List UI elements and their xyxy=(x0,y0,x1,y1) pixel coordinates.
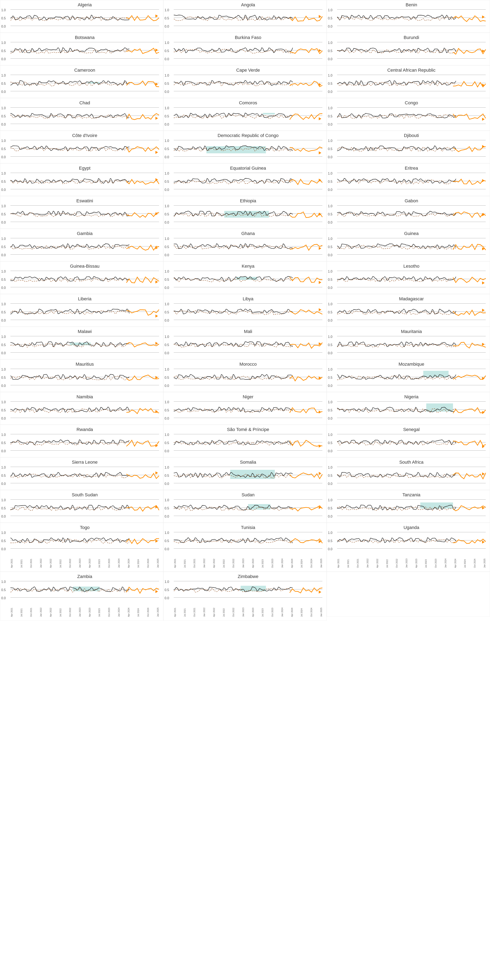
y-axis-label: 1.0 xyxy=(328,270,332,274)
black-line xyxy=(174,48,293,53)
black-line xyxy=(174,113,293,118)
chart-title: Côte d'Ivoire xyxy=(10,133,159,138)
y-axis-label: 0.5 xyxy=(328,82,332,86)
x-tick-label: Oct 2022 xyxy=(69,558,71,568)
chart-svg xyxy=(337,400,486,421)
chart-svg xyxy=(10,498,159,519)
x-tick-label: Apr 2023 xyxy=(252,558,254,568)
orange-arrow xyxy=(319,117,321,120)
y-axis-label: 0.5 xyxy=(165,115,169,118)
orange-line xyxy=(126,408,159,414)
y-axis-label: 0.0 xyxy=(165,188,169,192)
y-axis-label: 1.0 xyxy=(328,302,332,306)
x-tick-label: Apr 2022 xyxy=(49,608,52,617)
x-tick-label: Jan 2025 xyxy=(320,608,322,617)
y-axis-label: 1.0 xyxy=(328,139,332,143)
chart-svg xyxy=(174,433,322,453)
chart-svg xyxy=(10,74,159,94)
orange-line xyxy=(126,587,159,593)
y-axis-label: 1.0 xyxy=(165,580,169,584)
x-tick-label: Jan 2025 xyxy=(157,608,159,617)
orange-line xyxy=(126,180,159,185)
y-axis-label: 1.0 xyxy=(1,204,6,208)
chart-cell: Eswatini1.00.50.0 xyxy=(0,196,163,229)
chart-area: 1.00.50.0Apr 2021Jul 2021Oct 2021Jan 202… xyxy=(337,531,486,552)
orange-line xyxy=(290,114,322,119)
x-tick-label: Jul 2024 xyxy=(137,558,140,568)
y-axis-label: 0.0 xyxy=(328,188,332,192)
y-axis-label: 0.5 xyxy=(328,376,332,380)
y-axis-label: 0.5 xyxy=(165,409,169,412)
y-axis-label: 1.0 xyxy=(328,368,332,371)
chart-svg xyxy=(337,433,486,453)
y-axis-label: 0.5 xyxy=(1,588,6,592)
orange-arrow xyxy=(155,342,158,345)
orange-line xyxy=(453,146,486,151)
chart-svg xyxy=(10,8,159,29)
orange-line xyxy=(126,343,159,347)
y-axis-label: 1.0 xyxy=(328,172,332,175)
orange-line xyxy=(453,375,486,379)
x-tick-label: Oct 2021 xyxy=(30,608,32,617)
orange-line xyxy=(126,310,159,315)
chart-cell: Central African Republic1.00.50.0 xyxy=(327,65,490,98)
black-line xyxy=(10,81,129,86)
x-tick-label: Apr 2021 xyxy=(174,558,176,568)
y-axis-label: 1.0 xyxy=(1,107,6,110)
chart-cell: Democratic Republic of Congo1.00.50.0 xyxy=(163,130,327,163)
y-axis-label: 0.5 xyxy=(1,506,6,510)
chart-title: Namibia xyxy=(10,394,159,399)
x-tick-label: Jul 2023 xyxy=(261,558,264,568)
chart-cell: Gabon1.00.50.0 xyxy=(327,196,490,229)
y-axis-label: 0.0 xyxy=(165,221,169,224)
orange-arrow xyxy=(482,473,485,476)
orange-line xyxy=(126,539,159,544)
y-axis-label: 0.0 xyxy=(165,286,169,290)
x-tick-label: Apr 2023 xyxy=(88,558,91,568)
chart-area: 1.00.50.0 xyxy=(174,107,322,127)
x-tick-label: Jul 2022 xyxy=(386,558,388,568)
chart-svg xyxy=(337,335,486,355)
chart-area: 1.00.50.0 xyxy=(174,335,322,355)
black-line xyxy=(10,440,129,445)
chart-svg xyxy=(10,172,159,192)
orange-arrow xyxy=(482,309,485,312)
x-tick-label: Jan 2022 xyxy=(366,558,369,568)
chart-cell: Comoros1.00.50.0 xyxy=(163,98,327,130)
y-axis-label: 0.0 xyxy=(328,123,332,126)
y-axis-label: 0.5 xyxy=(165,245,169,249)
chart-cell: Guinea-Bissau1.00.50.0 xyxy=(0,261,163,294)
orange-line xyxy=(290,506,322,511)
orange-line xyxy=(126,81,159,87)
chart-title: Democratic Republic of Congo xyxy=(174,133,322,138)
x-axis-labels: Apr 2021Jul 2021Oct 2021Jan 2022Apr 2022… xyxy=(337,558,486,568)
chart-cell: Burundi1.00.50.0 xyxy=(327,33,490,65)
y-axis-label: 0.0 xyxy=(328,547,332,551)
y-axis-label: 0.0 xyxy=(328,515,332,519)
x-tick-label: Jul 2024 xyxy=(464,558,466,568)
chart-title: Guinea-Bissau xyxy=(10,264,159,269)
y-axis-label: 0.0 xyxy=(1,417,6,420)
chart-title: Mauritius xyxy=(10,361,159,367)
chart-area: 1.00.50.0 xyxy=(337,302,486,323)
svg-rect-8 xyxy=(230,470,275,479)
chart-title: São Tomé & Príncipe xyxy=(174,427,322,432)
chart-title: Central African Republic xyxy=(337,68,486,73)
y-axis-label: 0.0 xyxy=(165,417,169,420)
y-axis-label: 0.0 xyxy=(328,57,332,61)
black-line xyxy=(337,146,456,151)
y-axis-label: 0.5 xyxy=(165,343,169,347)
chart-cell: Malawi1.00.50.0 xyxy=(0,327,163,360)
y-axis-label: 0.0 xyxy=(1,449,6,453)
orange-line xyxy=(290,473,322,479)
x-tick-label: Apr 2024 xyxy=(127,558,130,568)
chart-cell: Equatorial Guinea1.00.50.0 xyxy=(163,163,327,196)
y-axis-label: 1.0 xyxy=(1,433,6,437)
chart-area: 1.00.50.0 xyxy=(10,302,159,323)
red-dashed-line xyxy=(174,343,293,347)
chart-area: 1.00.50.0 xyxy=(337,41,486,62)
black-line xyxy=(10,48,129,53)
y-axis-label: 1.0 xyxy=(1,270,6,274)
x-tick-label: Jul 2022 xyxy=(223,608,225,617)
chart-cell: Botswana1.00.50.0 xyxy=(0,33,163,65)
